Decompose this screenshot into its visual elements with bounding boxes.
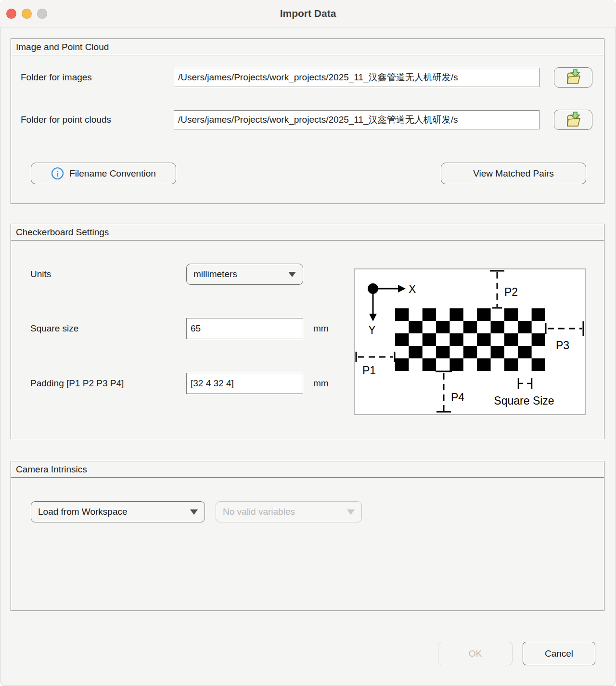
folder-point-clouds-input[interactable]: [174, 110, 539, 129]
p4-label: P4: [451, 391, 464, 404]
filename-convention-button[interactable]: i Filename Convention: [31, 163, 176, 184]
padding-unit: mm: [313, 373, 329, 394]
p1-label: P1: [362, 364, 376, 377]
import-data-dialog: Import Data Image and Point Cloud Folder…: [0, 0, 616, 686]
chevron-down-icon: [347, 509, 355, 515]
browse-images-button[interactable]: [554, 67, 592, 88]
x-axis-label: X: [409, 283, 416, 295]
browse-point-clouds-button[interactable]: [554, 110, 592, 130]
traffic-lights: [6, 9, 47, 19]
camera-intrinsics-group: Camera Intrinsics Load from Workspace No…: [11, 461, 604, 611]
padding-label: Padding [P1 P2 P3 P4]: [30, 373, 124, 394]
intrinsics-variable-dropdown: No valid variables: [216, 501, 362, 522]
cancel-button[interactable]: Cancel: [523, 642, 595, 665]
checkerboard-settings-group: Checkerboard Settings Units millimeters …: [11, 224, 604, 439]
square-size-unit: mm: [313, 318, 329, 339]
open-folder-icon: [564, 69, 583, 86]
info-icon: i: [51, 167, 64, 180]
view-matched-pairs-label: View Matched Pairs: [473, 168, 554, 179]
camera-intrinsics-group-title: Camera Intrinsics: [11, 461, 604, 478]
checkerboard-diagram-svg: X Y P2 P3 P1: [355, 269, 585, 414]
y-axis-label: Y: [368, 324, 375, 336]
minimize-button[interactable]: [22, 9, 32, 19]
close-button[interactable]: [6, 9, 16, 19]
svg-text:i: i: [57, 170, 59, 178]
ok-button: OK: [438, 642, 513, 665]
square-size-diagram-label: Square Size: [494, 394, 554, 407]
open-folder-icon: [564, 111, 583, 128]
checkerboard-diagram: X Y P2 P3 P1: [354, 268, 586, 415]
checkerboard-pattern: [395, 308, 545, 371]
title-bar: Import Data: [0, 0, 616, 27]
units-dropdown-value: millimeters: [193, 269, 237, 279]
image-point-cloud-group: Image and Point Cloud Folder for images …: [11, 38, 604, 204]
zoom-button: [37, 9, 47, 19]
image-point-cloud-group-title: Image and Point Cloud: [11, 39, 604, 55]
p2-label: P2: [504, 286, 518, 298]
folder-point-clouds-label: Folder for point clouds: [21, 110, 111, 129]
square-size-label: Square size: [30, 318, 78, 339]
p3-label: P3: [556, 339, 569, 352]
filename-convention-label: Filename Convention: [69, 168, 156, 179]
intrinsics-source-dropdown[interactable]: Load from Workspace: [31, 501, 205, 522]
window-title: Import Data: [0, 0, 616, 27]
square-size-input[interactable]: [186, 318, 303, 339]
chevron-down-icon: [288, 272, 296, 277]
padding-input[interactable]: [186, 373, 303, 394]
units-dropdown[interactable]: millimeters: [186, 264, 303, 285]
folder-images-label: Folder for images: [21, 68, 92, 87]
units-label: Units: [30, 264, 51, 285]
checkerboard-settings-group-title: Checkerboard Settings: [11, 224, 604, 241]
folder-images-input[interactable]: [174, 68, 539, 87]
view-matched-pairs-button[interactable]: View Matched Pairs: [441, 163, 586, 184]
intrinsics-source-value: Load from Workspace: [38, 507, 128, 517]
intrinsics-variable-value: No valid variables: [223, 507, 295, 517]
chevron-down-icon: [190, 509, 198, 515]
